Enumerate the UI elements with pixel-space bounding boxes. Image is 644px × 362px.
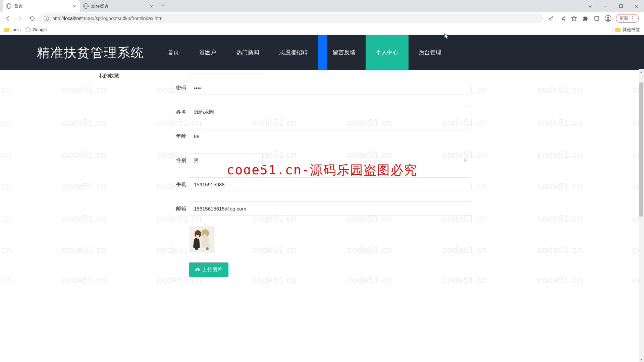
nav-poor[interactable]: 贫困户 <box>189 35 226 70</box>
toolbar-right: 更新 ⋮ <box>545 14 641 23</box>
upload-label: 上传图片 <box>202 266 222 273</box>
reload-button[interactable] <box>27 13 38 24</box>
form-row-gender: 性别 ▾ <box>176 153 471 167</box>
svg-rect-5 <box>595 16 599 20</box>
nav-highlight-strip <box>318 35 327 70</box>
nav-news[interactable]: 热门新闻 <box>226 35 269 70</box>
minimize-icon[interactable] <box>598 0 613 12</box>
nav-feedback[interactable]: 留言反馈 <box>327 35 366 70</box>
scroll-down-icon[interactable]: ▼ <box>639 357 644 362</box>
gender-select[interactable] <box>189 153 263 167</box>
key-icon[interactable] <box>547 15 555 22</box>
chevron-down-icon[interactable] <box>582 0 598 12</box>
bookmark-other[interactable]: 其他书签 <box>615 27 640 33</box>
upload-row: 上传图片 <box>189 262 471 277</box>
svg-point-14 <box>195 247 198 250</box>
svg-point-8 <box>607 17 609 19</box>
bookmarks-bar: tools Google 其他书签 <box>0 25 644 35</box>
tab-title: 首页 <box>14 3 72 9</box>
url-text: http://localhost:8080/springbootsudk0/fr… <box>52 16 164 21</box>
profile-form: 密码 姓名 年龄 性别 ▾ 手机 邮箱 <box>176 70 471 277</box>
sidebar: 我的收藏 <box>99 70 159 277</box>
avatar-image <box>190 227 214 252</box>
password-input[interactable] <box>189 81 471 95</box>
tab-newtab[interactable]: 新标签页 × <box>80 0 157 12</box>
form-row-email: 邮箱 <box>176 201 471 216</box>
age-label: 年龄 <box>176 133 189 139</box>
url-input[interactable]: i http://localhost:8080/springbootsudk0/… <box>39 13 543 23</box>
nav-personal-center[interactable]: 个人中心 <box>366 35 409 70</box>
update-label: 更新 <box>620 15 628 21</box>
close-icon[interactable]: × <box>149 3 154 9</box>
new-tab-button[interactable]: + <box>157 2 169 10</box>
name-input[interactable] <box>189 105 471 119</box>
upload-button[interactable]: 上传图片 <box>189 262 228 277</box>
chevron-down-icon: ▾ <box>464 157 467 164</box>
tab-title: 新标签页 <box>91 3 149 9</box>
email-input[interactable] <box>189 201 471 216</box>
tab-homepage[interactable]: 首页 × <box>3 0 80 12</box>
email-label: 邮箱 <box>176 205 189 212</box>
star-icon[interactable] <box>570 15 578 22</box>
tab-bar: 首页 × 新标签页 × + <box>0 0 644 12</box>
cloud-upload-icon <box>195 267 200 273</box>
svg-point-13 <box>203 234 207 238</box>
extensions-icon[interactable] <box>582 15 589 22</box>
forward-button[interactable] <box>15 13 25 24</box>
close-icon[interactable]: × <box>72 3 76 9</box>
name-label: 姓名 <box>176 109 189 115</box>
form-row-name: 姓名 <box>176 105 471 119</box>
svg-point-12 <box>196 235 199 239</box>
gender-label: 性别 <box>176 157 189 164</box>
vertical-scrollbar[interactable]: ▲ ▼ <box>639 69 644 362</box>
folder-icon <box>4 28 9 32</box>
age-input[interactable] <box>189 129 471 143</box>
folder-icon <box>615 28 621 32</box>
globe-icon <box>26 27 31 32</box>
profile-icon[interactable] <box>604 15 612 22</box>
globe-icon <box>6 3 11 9</box>
avatar-preview[interactable] <box>189 226 215 253</box>
password-label: 密码 <box>176 85 189 91</box>
form-row-phone: 手机 <box>176 177 471 191</box>
nav-admin[interactable]: 后台管理 <box>409 35 451 70</box>
sidebar-item-favorites[interactable]: 我的收藏 <box>99 71 159 80</box>
address-bar-row: i http://localhost:8080/springbootsudk0/… <box>0 12 644 25</box>
phone-label: 手机 <box>176 181 189 188</box>
browser-chrome: 首页 × 新标签页 × + i http://localhost:8080/sp… <box>0 0 644 35</box>
svg-point-4 <box>549 18 551 20</box>
maximize-icon[interactable] <box>613 0 629 12</box>
back-button[interactable] <box>3 13 13 24</box>
sidepanel-icon[interactable] <box>593 15 600 22</box>
nav-volunteer[interactable]: 志愿者招聘 <box>269 35 318 70</box>
site-info-icon[interactable]: i <box>44 16 49 21</box>
svg-rect-1 <box>620 5 623 8</box>
main-content: 我的收藏 密码 姓名 年龄 性别 ▾ 手机 <box>0 70 644 277</box>
scroll-thumb[interactable] <box>639 82 643 217</box>
scroll-up-icon[interactable]: ▲ <box>639 69 644 74</box>
bookmark-google[interactable]: Google <box>26 27 47 32</box>
nav-home[interactable]: 首页 <box>158 35 189 70</box>
main-nav: 首页 贫困户 热门新闻 志愿者招聘 留言反馈 个人中心 后台管理 <box>158 35 451 70</box>
form-row-password: 密码 <box>176 81 471 95</box>
app-header: 精准扶贫管理系统 首页 贫困户 热门新闻 志愿者招聘 留言反馈 个人中心 后台管… <box>0 35 644 70</box>
form-row-hidden <box>176 70 471 73</box>
form-row-age: 年龄 <box>176 129 471 143</box>
menu-dots-icon: ⋮ <box>630 16 635 21</box>
svg-point-15 <box>206 247 209 250</box>
phone-input[interactable] <box>189 177 471 191</box>
share-icon[interactable] <box>559 15 566 22</box>
close-window-icon[interactable] <box>629 0 644 12</box>
update-button[interactable]: 更新 ⋮ <box>616 14 639 23</box>
globe-icon <box>83 3 89 9</box>
bookmark-tools[interactable]: tools <box>4 27 20 32</box>
app-logo: 精准扶贫管理系统 <box>37 44 144 61</box>
window-controls <box>582 0 644 12</box>
field-top-edge[interactable] <box>189 70 262 73</box>
separator <box>612 27 612 33</box>
